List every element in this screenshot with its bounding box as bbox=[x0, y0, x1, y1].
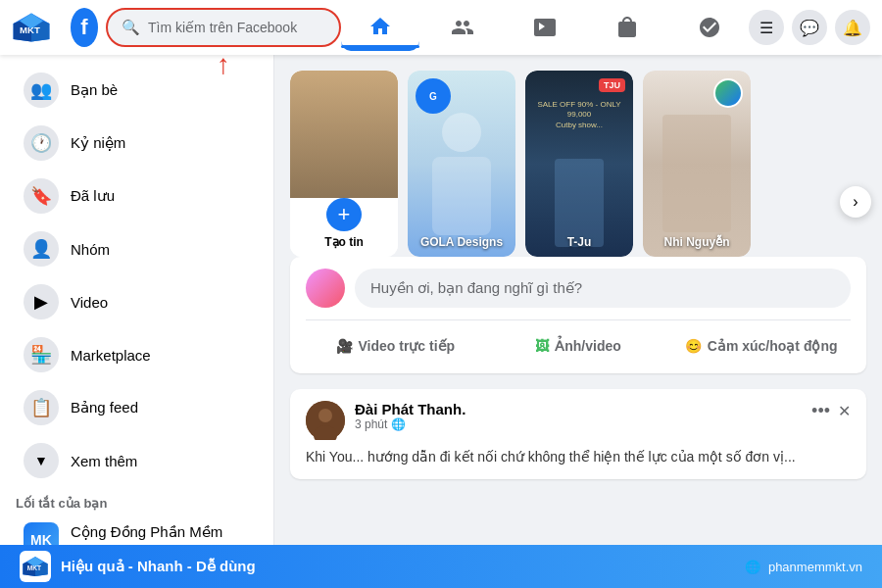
top-bar: MKT f 🔍 Tìm kiếm trên Facebook ↑ bbox=[0, 0, 882, 55]
globe-icon: 🌐 bbox=[745, 560, 760, 574]
post-actions: 🎥 Video trực tiếp 🖼 Ảnh/video 😊 Cảm xúc/… bbox=[306, 319, 851, 362]
shortcuts-section-title: Lối tắt của bạn bbox=[0, 488, 273, 514]
post-text: Khi You... hướng dẫn đi kết nối chứ khôn… bbox=[306, 448, 851, 467]
post-box: Huyền ơi, bạn đang nghĩ gì thế? 🎥 Video … bbox=[290, 257, 866, 373]
groups-icon: 👤 bbox=[24, 231, 59, 267]
video-icon: ▶ bbox=[24, 284, 59, 319]
nav-home-button[interactable] bbox=[341, 4, 419, 51]
create-story-plus-icon: + bbox=[326, 198, 362, 231]
post-author-name: Đài Phát Thanh. bbox=[355, 401, 802, 417]
story-card-tju[interactable]: TJU SALE OFF 90% - ONLY 99,000Cutby show… bbox=[525, 71, 633, 257]
banner-website: phanmemmkt.vn bbox=[768, 560, 862, 574]
post-placeholder: Huyền ơi, bạn đang nghĩ gì thế? bbox=[370, 279, 582, 297]
friends-icon: 👥 bbox=[24, 73, 59, 108]
menu-button[interactable]: ☰ bbox=[749, 10, 784, 45]
shortcut-avatar-mkt: MK bbox=[24, 522, 59, 545]
feeling-button[interactable]: 😊 Cảm xúc/hoạt động bbox=[671, 330, 851, 362]
bottom-banner: MKT Hiệu quả - Nhanh - Dễ dùng 🌐 phanmem… bbox=[0, 545, 882, 588]
live-video-button[interactable]: 🎥 Video trực tiếp bbox=[306, 330, 485, 362]
sidebar-item-saved[interactable]: 🔖 Đã lưu bbox=[8, 171, 266, 221]
post-input-row: Huyền ơi, bạn đang nghĩ gì thế? bbox=[306, 269, 851, 308]
messenger-button[interactable]: 💬 bbox=[792, 10, 827, 45]
more-options-icon[interactable]: ••• bbox=[811, 401, 830, 421]
user-avatar bbox=[306, 269, 345, 308]
nav-profile-button[interactable] bbox=[670, 4, 749, 51]
post-time: 3 phút 🌐 bbox=[355, 417, 802, 431]
privacy-icon: 🌐 bbox=[391, 417, 406, 431]
svg-point-6 bbox=[318, 409, 332, 422]
bangfeed-icon: 📋 bbox=[24, 390, 59, 425]
sidebar-item-bangfeed[interactable]: 📋 Bảng feed bbox=[8, 382, 266, 433]
post-header: Đài Phát Thanh. 3 phút 🌐 ••• ✕ bbox=[306, 401, 851, 440]
nav-friends-button[interactable] bbox=[423, 4, 502, 51]
svg-text:MKT: MKT bbox=[27, 564, 41, 571]
sidebar-item-groups[interactable]: 👤 Nhóm bbox=[8, 223, 266, 274]
notifications-button[interactable]: 🔔 bbox=[835, 10, 870, 45]
mkt-logo-icon: MKT bbox=[12, 12, 51, 43]
banner-right: 🌐 phanmemmkt.vn bbox=[745, 560, 862, 574]
create-story-bottom: + Tạo tin bbox=[290, 198, 398, 257]
nhi-story-label: Nhi Nguyễn bbox=[643, 235, 751, 249]
nav-marketplace-button[interactable] bbox=[588, 4, 666, 51]
saved-icon: 🔖 bbox=[24, 178, 59, 214]
sidebar-item-memories[interactable]: 🕐 Kỷ niệm bbox=[8, 118, 266, 169]
sidebar-item-seemore[interactable]: ▼ Xem thêm bbox=[8, 435, 266, 486]
main-layout: 👥 Bạn bè 🕐 Kỷ niệm 🔖 Đã lưu 👤 Nhóm ▶ Vid… bbox=[0, 55, 882, 545]
search-placeholder: Tìm kiếm trên Facebook bbox=[148, 20, 297, 35]
story-card-nhi[interactable]: Nhi Nguyễn bbox=[643, 71, 751, 257]
search-icon: 🔍 bbox=[122, 19, 140, 36]
nav-center bbox=[341, 4, 749, 51]
sidebar: 👥 Bạn bè 🕐 Kỷ niệm 🔖 Đã lưu 👤 Nhóm ▶ Vid… bbox=[0, 55, 274, 545]
stories-row: + Tạo tin G GOLA Designs bbox=[290, 71, 866, 257]
banner-slogan: Hiệu quả - Nhanh - Dễ dùng bbox=[61, 558, 256, 575]
feed-post-1: Đài Phát Thanh. 3 phút 🌐 ••• ✕ Khi You..… bbox=[290, 389, 866, 479]
sidebar-item-video[interactable]: ▶ Video bbox=[8, 276, 266, 327]
banner-left: MKT Hiệu quả - Nhanh - Dễ dùng bbox=[20, 551, 256, 582]
nav-watch-button[interactable] bbox=[506, 4, 584, 51]
brand-logo-area: MKT bbox=[12, 12, 71, 43]
create-story-bg bbox=[290, 71, 398, 203]
create-story-card[interactable]: + Tạo tin bbox=[290, 71, 398, 257]
sidebar-item-marketplace[interactable]: 🏪 Marketplace bbox=[8, 329, 266, 380]
chevron-down-icon: ▼ bbox=[24, 443, 59, 478]
banner-logo: MKT bbox=[20, 551, 51, 582]
memories-icon: 🕐 bbox=[24, 125, 59, 161]
post-meta: Đài Phát Thanh. 3 phút 🌐 bbox=[355, 401, 802, 431]
stories-next-button[interactable]: › bbox=[840, 186, 871, 218]
post-author-avatar bbox=[306, 401, 345, 440]
gola-story-label: GOLA Designs bbox=[408, 235, 515, 249]
search-box[interactable]: 🔍 Tìm kiếm trên Facebook bbox=[106, 8, 341, 47]
post-input[interactable]: Huyền ơi, bạn đang nghĩ gì thế? bbox=[355, 269, 851, 308]
close-post-icon[interactable]: ✕ bbox=[838, 402, 851, 420]
post-top-actions: ••• ✕ bbox=[811, 401, 851, 421]
svg-text:MKT: MKT bbox=[20, 24, 40, 35]
facebook-logo: f bbox=[71, 8, 98, 47]
story-card-gola[interactable]: G GOLA Designs bbox=[408, 71, 515, 257]
red-arrow-indicator: ↑ bbox=[217, 51, 230, 78]
photo-video-icon: 🖼 bbox=[535, 338, 549, 354]
gola-story-avatar: G bbox=[416, 78, 451, 114]
nav-right: ☰ 💬 🔔 bbox=[749, 10, 870, 45]
create-story-label: Tạo tin bbox=[324, 235, 364, 249]
live-video-icon: 🎥 bbox=[336, 338, 353, 354]
photo-video-button[interactable]: 🖼 Ảnh/video bbox=[489, 330, 668, 362]
marketplace-icon: 🏪 bbox=[24, 337, 59, 372]
tju-story-label: T-Ju bbox=[525, 235, 633, 249]
search-wrapper: 🔍 Tìm kiếm trên Facebook ↑ bbox=[106, 8, 341, 47]
content-area: + Tạo tin G GOLA Designs bbox=[274, 55, 882, 545]
shortcut-item-mkt[interactable]: MK Cộng Đồng Phần Mềm MKT bbox=[8, 516, 266, 545]
feeling-icon: 😊 bbox=[685, 338, 702, 354]
